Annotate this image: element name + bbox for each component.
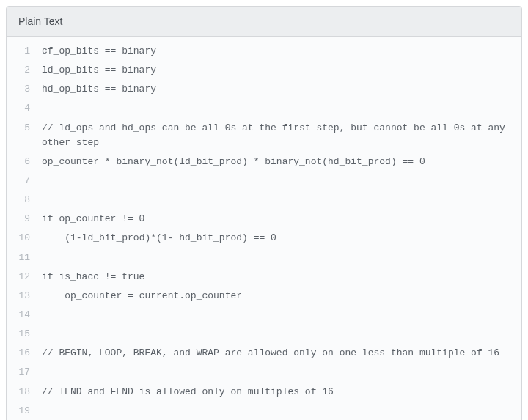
line-text <box>33 363 521 382</box>
line-text <box>33 172 521 191</box>
code-line: 15 <box>7 325 521 344</box>
line-text: (1-ld_bit_prod)*(1- hd_bit_prod) == 0 <box>33 229 521 248</box>
code-line: 9if op_counter != 0 <box>7 210 521 229</box>
language-label: Plain Text <box>18 15 62 27</box>
line-number: 12 <box>7 268 33 287</box>
line-text: // BEGIN, LOOP, BREAK, and WRAP are allo… <box>33 344 521 363</box>
line-number: 15 <box>7 325 33 344</box>
code-line: 8 <box>7 191 521 210</box>
line-number: 11 <box>7 248 33 268</box>
code-line: 1cf_op_bits == binary <box>7 37 521 61</box>
code-line: 3hd_op_bits == binary <box>7 80 521 99</box>
code-line: 6op_counter * binary_not(ld_bit_prod) * … <box>7 152 521 172</box>
code-line: 11 <box>7 248 521 268</box>
line-number: 7 <box>7 172 33 191</box>
code-line: 4 <box>7 99 521 118</box>
line-text: op_counter = current.op_counter <box>33 287 521 306</box>
line-text: if is_hacc != true <box>33 268 521 287</box>
line-text <box>33 402 521 420</box>
code-body: 1cf_op_bits == binary2ld_op_bits == bina… <box>7 37 521 420</box>
code-line: 2ld_op_bits == binary <box>7 61 521 80</box>
line-text: // TEND and FEND is allowed only on mult… <box>33 383 521 402</box>
line-number: 16 <box>7 344 33 363</box>
code-line: 12if is_hacc != true <box>7 268 521 287</box>
line-text: ld_op_bits == binary <box>33 61 521 80</box>
line-text <box>33 306 521 325</box>
line-number: 9 <box>7 210 33 229</box>
code-line: 14 <box>7 306 521 325</box>
code-line: 19 <box>7 402 521 420</box>
line-number: 18 <box>7 383 33 402</box>
line-number: 4 <box>7 99 33 118</box>
code-line: 7 <box>7 172 521 191</box>
line-number: 2 <box>7 61 33 80</box>
line-text <box>33 248 521 268</box>
line-text <box>33 99 521 118</box>
line-number: 19 <box>7 402 33 420</box>
line-number: 8 <box>7 191 33 210</box>
line-text: op_counter * binary_not(ld_bit_prod) * b… <box>33 152 521 172</box>
line-text: hd_op_bits == binary <box>33 80 521 99</box>
line-text: if op_counter != 0 <box>33 210 521 229</box>
code-block: Plain Text 1cf_op_bits == binary2ld_op_b… <box>6 6 522 420</box>
line-number: 3 <box>7 80 33 99</box>
line-number: 14 <box>7 306 33 325</box>
code-line: 13 op_counter = current.op_counter <box>7 287 521 306</box>
line-number: 1 <box>7 37 33 61</box>
line-number: 6 <box>7 152 33 172</box>
line-text <box>33 191 521 210</box>
code-line: 16// BEGIN, LOOP, BREAK, and WRAP are al… <box>7 344 521 363</box>
line-number: 10 <box>7 229 33 248</box>
line-number: 5 <box>7 119 33 138</box>
code-line: 17 <box>7 363 521 382</box>
code-line: 10 (1-ld_bit_prod)*(1- hd_bit_prod) == 0 <box>7 229 521 248</box>
line-text: // ld_ops and hd_ops can be all 0s at th… <box>33 119 521 152</box>
code-block-header: Plain Text <box>7 7 521 37</box>
code-line: 5// ld_ops and hd_ops can be all 0s at t… <box>7 119 521 152</box>
line-text <box>33 325 521 344</box>
code-line: 18// TEND and FEND is allowed only on mu… <box>7 383 521 402</box>
line-text: cf_op_bits == binary <box>33 37 521 61</box>
line-number: 17 <box>7 363 33 382</box>
line-number: 13 <box>7 287 33 306</box>
